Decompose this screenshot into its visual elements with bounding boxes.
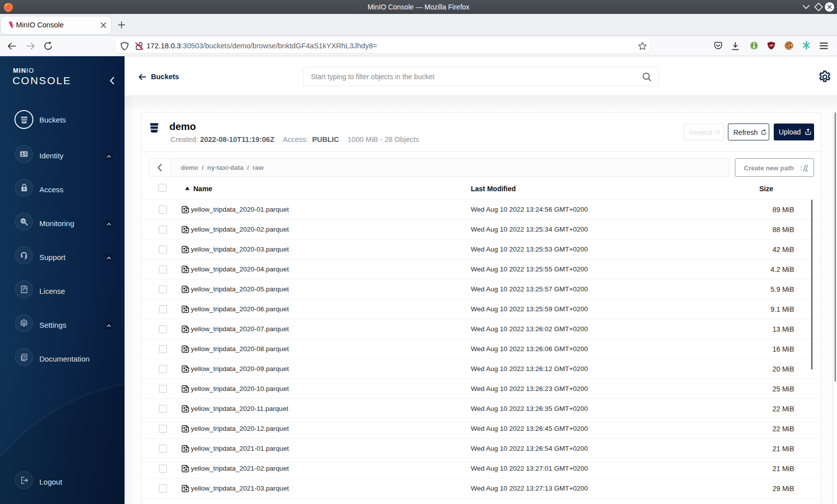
svg-text:uO: uO bbox=[769, 44, 773, 47]
